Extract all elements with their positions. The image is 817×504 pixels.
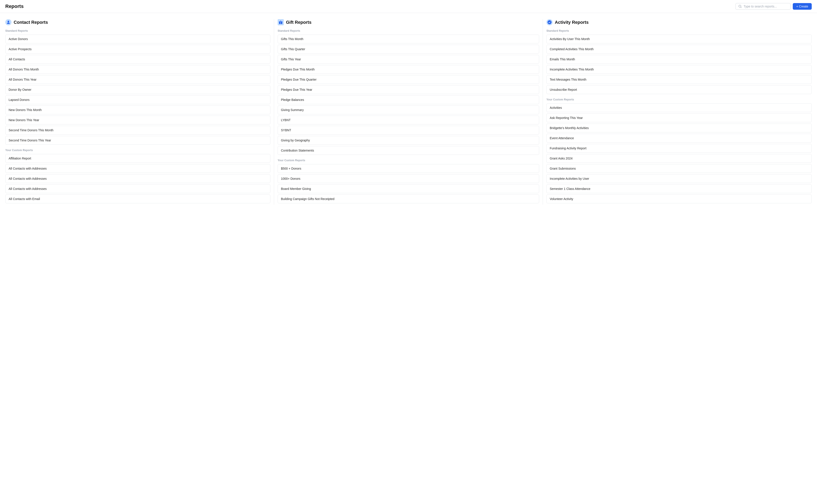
report-item[interactable]: Contribution Statements: [278, 146, 539, 155]
report-item[interactable]: Lapsed Donors: [5, 95, 270, 104]
svg-point-5: [548, 20, 551, 24]
report-item[interactable]: Unsubscribe Report: [546, 85, 812, 94]
report-item[interactable]: Activities By User This Month: [546, 35, 812, 43]
gift-custom-label: Your Custom Reports: [278, 159, 539, 162]
report-item[interactable]: All Contacts: [5, 55, 270, 64]
report-item[interactable]: Grant Asks 2024: [546, 154, 812, 163]
page-title: Reports: [5, 4, 24, 9]
search-input[interactable]: [744, 5, 788, 8]
report-item[interactable]: Completed Activities This Month: [546, 45, 812, 54]
report-item[interactable]: Text Messages This Month: [546, 75, 812, 84]
report-item[interactable]: Volunteer Activity: [546, 195, 812, 203]
contact-title: Contact Reports: [14, 20, 48, 25]
report-item[interactable]: Emails This Month: [546, 55, 812, 64]
contact-header: Contact Reports: [5, 19, 270, 25]
report-item[interactable]: LYBNT: [278, 116, 539, 124]
top-bar-right: + Create: [735, 3, 812, 10]
report-item[interactable]: Activities: [546, 103, 812, 112]
search-wrapper: [735, 3, 791, 10]
report-item[interactable]: All Contacts with Addresses: [5, 164, 270, 173]
contact-icon: [5, 19, 11, 25]
report-item[interactable]: Gifts This Month: [278, 35, 539, 43]
column-activity: Activity ReportsStandard ReportsActiviti…: [543, 19, 812, 205]
contact-standard-label: Standard Reports: [5, 29, 270, 32]
create-button[interactable]: + Create: [793, 3, 812, 10]
main-content: Contact ReportsStandard ReportsActive Do…: [0, 13, 817, 211]
column-contact: Contact ReportsStandard ReportsActive Do…: [5, 19, 274, 205]
report-item[interactable]: Board Member Giving: [278, 184, 539, 193]
column-gift: Gift ReportsStandard ReportsGifts This M…: [274, 19, 543, 205]
report-item[interactable]: Second Time Donors This Year: [5, 136, 270, 145]
report-item[interactable]: $500 + Donors: [278, 164, 539, 173]
report-item[interactable]: New Donors This Year: [5, 116, 270, 124]
report-item[interactable]: Fundraising Activity Report: [546, 144, 812, 153]
report-item[interactable]: All Contacts with Addresses: [5, 184, 270, 193]
report-item[interactable]: All Donors This Month: [5, 65, 270, 74]
top-bar: Reports + Create: [0, 0, 817, 13]
report-item[interactable]: Donor By Owner: [5, 85, 270, 94]
report-item[interactable]: Gifts This Year: [278, 55, 539, 64]
activity-custom-section: Your Custom ReportsActivitiesAsk Reporti…: [546, 98, 812, 203]
gift-header: Gift Reports: [278, 19, 539, 25]
activity-standard-label: Standard Reports: [546, 29, 812, 32]
contact-custom-label: Your Custom Reports: [5, 149, 270, 152]
report-item[interactable]: Second Time Donors This Month: [5, 126, 270, 135]
gift-standard-label: Standard Reports: [278, 29, 539, 32]
gift-icon: [278, 19, 284, 25]
report-item[interactable]: 1000+ Donors: [278, 174, 539, 183]
report-item[interactable]: Pledges Due This Quarter: [278, 75, 539, 84]
report-item[interactable]: Ask Reporting This Year: [546, 113, 812, 122]
report-item[interactable]: Pledges Due This Year: [278, 85, 539, 94]
report-item[interactable]: Active Donors: [5, 35, 270, 43]
activity-icon: [546, 19, 553, 25]
report-item[interactable]: Semester 1 Class Attendance: [546, 184, 812, 193]
gift-title: Gift Reports: [286, 20, 312, 25]
activity-title: Activity Reports: [555, 20, 589, 25]
report-item[interactable]: New Donors This Month: [5, 106, 270, 114]
contact-custom-section: Your Custom ReportsAffiliation ReportAll…: [5, 149, 270, 203]
report-item[interactable]: Building Campaign Gifts Not Receipted: [278, 195, 539, 203]
report-item[interactable]: Affiliation Report: [5, 154, 270, 163]
report-item[interactable]: All Donors This Year: [5, 75, 270, 84]
report-item[interactable]: Pledge Balances: [278, 95, 539, 104]
search-icon: [738, 5, 742, 8]
report-item[interactable]: Incomplete Activities This Month: [546, 65, 812, 74]
report-item[interactable]: Active Prospects: [5, 45, 270, 54]
report-item[interactable]: Pledges Due This Month: [278, 65, 539, 74]
report-item[interactable]: Giving by Geography: [278, 136, 539, 145]
report-item[interactable]: All Contacts with Email: [5, 195, 270, 203]
report-item[interactable]: Grant Submissions: [546, 164, 812, 173]
report-item[interactable]: Event Attendance: [546, 134, 812, 143]
report-item[interactable]: Giving Summary: [278, 106, 539, 114]
svg-line-1: [741, 7, 741, 8]
report-item[interactable]: Incomplete Activities by User: [546, 174, 812, 183]
report-item[interactable]: All Contacts with Addresses: [5, 174, 270, 183]
activity-custom-label: Your Custom Reports: [546, 98, 812, 101]
activity-header: Activity Reports: [546, 19, 812, 25]
report-item[interactable]: Bridgette's Monthly Activities: [546, 124, 812, 132]
report-item[interactable]: Gifts This Quarter: [278, 45, 539, 54]
report-item[interactable]: SYBNT: [278, 126, 539, 135]
gift-custom-section: Your Custom Reports$500 + Donors1000+ Do…: [278, 159, 539, 203]
